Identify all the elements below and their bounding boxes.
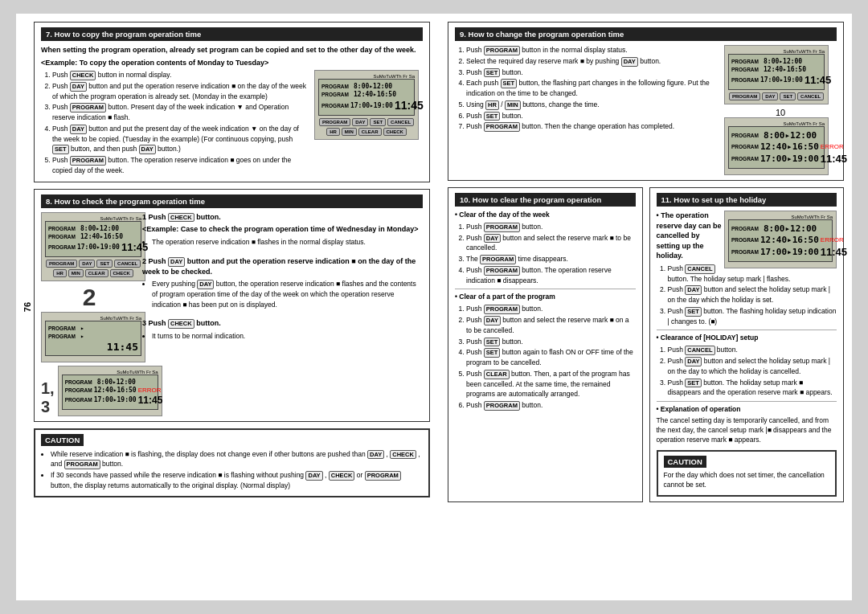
time-9b: 11:45 [821, 153, 847, 165]
device-screen-7: PROGRAM 8:00▸12:00 PROGRAM 12:40▸16:50 P… [318, 79, 415, 116]
device-bottom-btns-8a: HR MIN CLEAR CHECK [45, 269, 141, 277]
day-key: DAY [168, 257, 185, 267]
step-item: Push CANCEL button. [668, 345, 837, 355]
prog-time-8b-2: ▸ [80, 333, 84, 340]
device-11: SuMoTuWTh Fr Sa PROGRAM 8:00▸12:00 PROGR… [724, 211, 837, 268]
prog-11-1: PROGRAM 8:00▸12:00 [731, 223, 829, 234]
step-item: Push DAY button and select the holiday s… [668, 356, 837, 377]
prog-label: PROGRAM [48, 226, 79, 231]
check-key: CHECK [70, 71, 96, 80]
step-item: Push SET button. [466, 337, 636, 347]
cancel-btn: CANCEL [797, 92, 824, 100]
step-item: Push DAY button and select the holiday s… [668, 284, 837, 305]
step-item: Push PROGRAM button. [466, 222, 636, 232]
section-10: 10. How to clear the program operation •… [448, 187, 643, 502]
section-7-steps: Push CHECK button in normal display. Pus… [41, 70, 309, 177]
section-8-step1: 1 Push CHECK button. [142, 212, 423, 223]
clear-holiday-list: Push CANCEL button. Push DAY button and … [657, 345, 837, 398]
set-key: SET [484, 112, 501, 121]
prog-row-8-3: PROGRAM 17:00▸19:00 11:45 [48, 241, 138, 253]
screen-9b: PROGRAM 8:00▸12:00 PROGRAM 12:40▸16:50 E… [728, 126, 825, 169]
step-item: Select the required day reserve mark ■ b… [466, 56, 719, 67]
day-key: DAY [367, 450, 384, 460]
step-item: The PROGRAM time disappears. [466, 254, 636, 264]
caution-title-left: CAUTION [41, 434, 84, 446]
prog-row-8b-2: PROGRAM ▸ [48, 333, 138, 340]
step-item: Push SET button. [466, 111, 719, 121]
prog-time-large: 17:00▸19:00 [760, 154, 819, 164]
check-key: CHECK [329, 471, 355, 481]
device-display-7: SuMoTuWTh Fr Sa PROGRAM 8:00▸12:00 PROGR… [314, 70, 419, 140]
prog-row-8-1: PROGRAM 8:00▸12:00 [48, 225, 138, 232]
check-key: CHECK [168, 213, 194, 223]
section-9: 9. How to change the program operation t… [448, 22, 844, 181]
cancel-btn: CANCEL [114, 260, 141, 268]
day-key: DAY [197, 280, 214, 289]
explanation-text: The cancel setting day is temporarily ca… [657, 416, 837, 445]
prog-label: PROGRAM [731, 226, 762, 231]
prog-label: PROGRAM [321, 84, 352, 89]
program-key: PROGRAM [484, 266, 520, 276]
prog-row-2: PROGRAM 12:40▸16:50 [321, 91, 411, 98]
min-btn: MIN [68, 269, 84, 277]
prog-label: PROGRAM [731, 59, 762, 64]
step-label-9: 10 [724, 108, 837, 117]
prog-time: 17:00▸19:00 [760, 76, 803, 84]
explanation-title: • Explanation of operation [657, 405, 837, 415]
day-key: DAY [139, 145, 156, 154]
prog-row-8c-2: PROGRAM 12:40▸16:50 ERROR [65, 387, 155, 394]
step-item: Push PROGRAM button in the normal displa… [466, 45, 719, 55]
prog-label: PROGRAM [731, 237, 759, 243]
program-key: PROGRAM [64, 460, 100, 469]
error-11: ERROR [821, 236, 844, 244]
day-key: DAY [484, 316, 501, 325]
set-btn: SET [780, 92, 796, 100]
device-9b: SuMoTuWTh Fr Sa PROGRAM 8:00▸12:00 PROGR… [724, 117, 829, 175]
prog-9b-3: PROGRAM 17:00▸19:00 11:45 [731, 153, 821, 165]
day-key: DAY [484, 234, 501, 244]
step2-item: Every pushing DAY button, the operation … [152, 279, 423, 309]
hr-btn: HR [326, 128, 340, 136]
step-item: Using HR / MIN buttons, change the time. [466, 100, 719, 110]
check-btn: CHECK [383, 128, 407, 136]
clear-part-title: • Clear of a part of the program [455, 293, 636, 302]
hr-key: HR [485, 100, 499, 110]
clear-holiday-title: • Clearance of [HOLIDAY] setup [657, 334, 837, 343]
program-key: PROGRAM [484, 223, 520, 232]
section-8-step2-list: Every pushing DAY button, the operation … [142, 279, 423, 309]
step-item: Push DAY button and select the reserve m… [466, 233, 636, 254]
section-8-content: SuMoTuWTh Fr Sa PROGRAM 8:00▸12:00 PROGR… [41, 212, 423, 416]
prog-11-3: PROGRAM 17:00▸19:00 11:45 [731, 246, 829, 258]
section-8-text: 1 Push CHECK button. <Example: Case to c… [142, 212, 423, 416]
section-8-title: 8. How to check the program operation ti… [41, 194, 423, 208]
prog-time-1: 8:00▸12:00 [354, 83, 392, 90]
device-screen-8a: PROGRAM 8:00▸12:00 PROGRAM 12:40▸16:50 P… [45, 221, 141, 257]
program-key: PROGRAM [484, 401, 520, 411]
clear-part-list: Push PROGRAM button. Push DAY button and… [455, 304, 636, 411]
cancel-key: CANCEL [685, 264, 714, 274]
program-key: PROGRAM [484, 46, 520, 55]
section-11: 11. How to set up the holiday SuMoTuWTh … [649, 187, 845, 502]
prog-label: PROGRAM [731, 144, 759, 149]
caution-list-left: While reserve indication ■ is flashing, … [41, 449, 423, 491]
step-item: Push PROGRAM button. [466, 304, 636, 314]
step-item: Push PROGRAM button. The operation reser… [466, 265, 636, 286]
device-buttons-8a: PROGRAM DAY SET CANCEL [45, 260, 141, 268]
section-7: 7. How to copy the program operation tim… [34, 22, 430, 182]
step-item: Push SET button. The holiday setup mark … [668, 378, 837, 399]
device-buttons: PROGRAM DAY SET CANCEL [318, 118, 415, 126]
device-display-8b: SuMoTuWTh Fr Sa PROGRAM ▸ PROGRAM ▸ [41, 312, 145, 362]
min-btn: MIN [342, 128, 357, 136]
section-7-title: 7. How to copy the program operation tim… [41, 27, 423, 41]
section-9-devices: SuMoTuWTh Fr Sa PROGRAM 8:00▸12:00 PROGR… [724, 45, 837, 175]
program-key: PROGRAM [70, 103, 106, 113]
step-item: Each push SET button, the flashing part … [466, 78, 719, 99]
program-key: PROGRAM [484, 305, 520, 314]
prog-time-8c-3: 17:00▸19:00 [94, 396, 137, 403]
error-indicator: ERROR [821, 143, 844, 150]
step-item: Push PROGRAM button. Present day of the … [52, 102, 309, 123]
prog-time-8-2: 12:40▸16:50 [80, 233, 123, 240]
prog-label: PROGRAM [65, 379, 96, 385]
prog-label: PROGRAM [731, 156, 759, 162]
prog-label: PROGRAM [65, 397, 92, 403]
